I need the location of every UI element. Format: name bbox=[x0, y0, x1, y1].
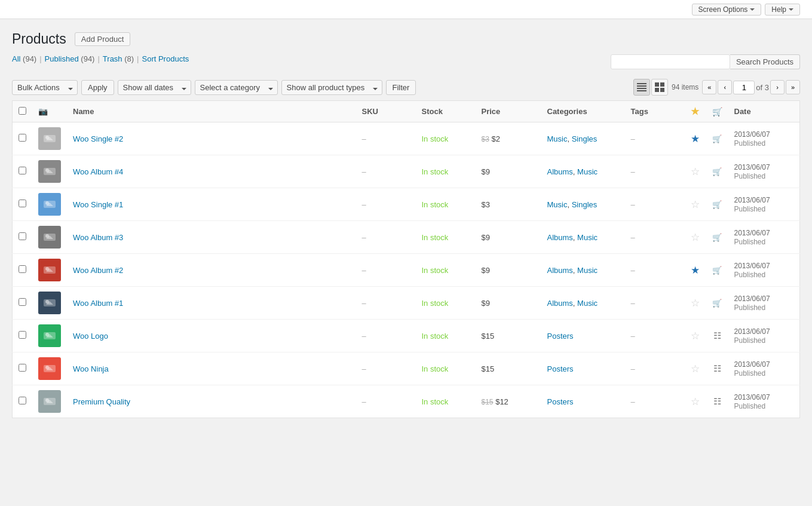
first-page-button[interactable]: « bbox=[702, 80, 716, 94]
row-stock-cell: In stock bbox=[416, 122, 476, 155]
featured-star-icon[interactable]: ☆ bbox=[691, 232, 700, 243]
product-name-link[interactable]: Woo Single #1 bbox=[73, 200, 123, 209]
last-page-button[interactable]: » bbox=[786, 80, 800, 94]
price-new: $9 bbox=[482, 299, 490, 308]
toolbar-right: 94 items « ‹ of 3 › » bbox=[633, 79, 800, 96]
category-link[interactable]: Albums bbox=[547, 167, 573, 176]
product-name-link[interactable]: Woo Album #1 bbox=[73, 299, 123, 308]
featured-star-icon[interactable]: ☆ bbox=[691, 166, 700, 177]
row-stock-cell: In stock bbox=[416, 188, 476, 221]
header-sku-col: SKU bbox=[356, 101, 416, 122]
price-new: $9 bbox=[482, 266, 490, 275]
filter-published-link[interactable]: Published (94) bbox=[45, 54, 95, 63]
category-filter-select[interactable]: Select a category bbox=[195, 80, 278, 95]
featured-star-icon[interactable]: ★ bbox=[691, 133, 700, 145]
status-value: Published bbox=[734, 402, 766, 410]
category-link[interactable]: Music bbox=[577, 299, 597, 308]
header-price-col: Price bbox=[476, 101, 541, 122]
help-button[interactable]: Help bbox=[765, 4, 800, 16]
row-featured-cell: ★ bbox=[685, 122, 706, 155]
product-name-link[interactable]: Woo Logo bbox=[73, 332, 108, 341]
sku-value: – bbox=[362, 299, 366, 308]
add-product-button[interactable]: Add Product bbox=[75, 32, 131, 46]
date-value: 2013/06/07 bbox=[734, 295, 770, 303]
product-thumbnail bbox=[38, 193, 61, 216]
row-price-cell: $3 $2 bbox=[476, 122, 541, 155]
dates-filter-wrap: Show all dates bbox=[118, 80, 191, 95]
category-link[interactable]: Music bbox=[577, 266, 597, 275]
featured-star-icon[interactable]: ☆ bbox=[691, 298, 700, 309]
page-input[interactable] bbox=[733, 81, 755, 94]
category-link[interactable]: Music bbox=[577, 233, 597, 242]
screen-options-button[interactable]: Screen Options bbox=[692, 4, 762, 16]
row-checkbox[interactable] bbox=[19, 331, 26, 339]
featured-star-icon[interactable]: ☆ bbox=[691, 396, 700, 407]
apply-button[interactable]: Apply bbox=[81, 80, 114, 95]
price-old: $3 bbox=[482, 135, 489, 143]
row-categories-cell: Music, Singles bbox=[541, 188, 625, 221]
category-link[interactable]: Singles bbox=[572, 134, 597, 143]
product-name-link[interactable]: Woo Ninja bbox=[73, 364, 109, 373]
prev-page-button[interactable]: ‹ bbox=[718, 80, 732, 94]
filter-trash-link[interactable]: Trash (8) bbox=[103, 54, 134, 63]
pagination: « ‹ of 3 › » bbox=[702, 80, 800, 94]
category-link[interactable]: Albums bbox=[547, 299, 573, 308]
featured-star-icon[interactable]: ☆ bbox=[691, 199, 700, 210]
row-checkbox[interactable] bbox=[19, 134, 26, 142]
sort-products-link[interactable]: Sort Products bbox=[142, 54, 189, 63]
product-name-link[interactable]: Woo Single #2 bbox=[73, 134, 123, 143]
category-link[interactable]: Music bbox=[577, 167, 597, 176]
featured-star-icon[interactable]: ☆ bbox=[691, 363, 700, 375]
product-name-link[interactable]: Premium Quality bbox=[73, 397, 130, 406]
row-checkbox[interactable] bbox=[19, 364, 26, 372]
category-link[interactable]: Albums bbox=[547, 233, 573, 242]
row-name-cell: Woo Album #1 bbox=[67, 287, 356, 320]
product-type-icon: 🛒 bbox=[712, 266, 722, 275]
bulk-actions-select[interactable]: Bulk Actions bbox=[12, 80, 78, 95]
featured-star-icon[interactable]: ☆ bbox=[691, 330, 700, 342]
select-all-checkbox[interactable] bbox=[19, 107, 26, 115]
product-name-link[interactable]: Woo Album #4 bbox=[73, 167, 123, 176]
category-link[interactable]: Posters bbox=[547, 332, 574, 341]
thumb-svg bbox=[41, 196, 58, 213]
category-link[interactable]: Albums bbox=[547, 266, 573, 275]
category-link[interactable]: Music bbox=[547, 200, 568, 209]
next-page-button[interactable]: › bbox=[770, 80, 785, 94]
category-link[interactable]: Singles bbox=[572, 200, 597, 209]
category-link[interactable]: Music bbox=[547, 134, 568, 143]
row-checkbox[interactable] bbox=[19, 298, 26, 306]
product-type-icon: ☷ bbox=[713, 330, 721, 341]
filter-button[interactable]: Filter bbox=[386, 80, 416, 95]
category-link[interactable]: Posters bbox=[547, 397, 574, 406]
search-input[interactable] bbox=[611, 54, 730, 69]
featured-star-icon[interactable]: ★ bbox=[691, 265, 700, 276]
stock-value: In stock bbox=[422, 299, 449, 308]
products-table: 📷 Name SKU Stock Price Categories bbox=[12, 100, 800, 418]
row-checkbox-cell bbox=[13, 254, 33, 287]
search-products-button[interactable]: Search Products bbox=[730, 54, 800, 69]
grid-view-button[interactable] bbox=[651, 79, 668, 96]
row-stock-cell: In stock bbox=[416, 352, 476, 385]
row-checkbox[interactable] bbox=[19, 265, 26, 273]
row-thumb-cell bbox=[32, 287, 67, 320]
row-checkbox[interactable] bbox=[19, 200, 26, 207]
row-tags-cell: – bbox=[625, 254, 685, 287]
row-categories-cell: Albums, Music bbox=[541, 155, 625, 188]
product-thumbnail bbox=[38, 390, 61, 413]
product-thumbnail bbox=[38, 160, 61, 183]
product-name-link[interactable]: Woo Album #2 bbox=[73, 266, 123, 275]
dates-filter-select[interactable]: Show all dates bbox=[118, 80, 191, 95]
row-checkbox[interactable] bbox=[19, 232, 26, 240]
product-name-link[interactable]: Woo Album #3 bbox=[73, 233, 123, 242]
type-filter-select[interactable]: Show all product types bbox=[281, 80, 382, 95]
list-view-button[interactable] bbox=[633, 79, 650, 96]
row-checkbox[interactable] bbox=[19, 397, 26, 404]
row-price-cell: $15 bbox=[476, 320, 541, 352]
category-link[interactable]: Posters bbox=[547, 364, 574, 373]
status-value: Published bbox=[734, 336, 766, 345]
help-label: Help bbox=[771, 5, 786, 14]
row-featured-cell: ☆ bbox=[685, 385, 706, 418]
tags-value: – bbox=[631, 364, 635, 373]
filter-all-link[interactable]: All (94) bbox=[12, 54, 36, 63]
row-checkbox[interactable] bbox=[19, 167, 26, 174]
